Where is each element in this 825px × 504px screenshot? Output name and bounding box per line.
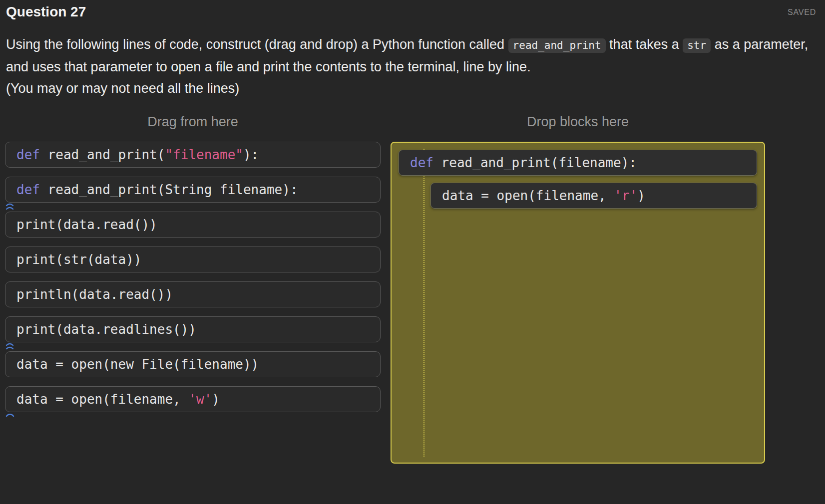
inline-code-str: str	[683, 38, 711, 53]
dropped-block-open-read-mode[interactable]: data = open(filename, 'r')	[430, 183, 757, 209]
question-prompt: Using the following lines of code, const…	[6, 34, 814, 99]
source-block-println-read[interactable]: println(data.read())	[5, 281, 381, 307]
source-block-def-string-param[interactable]: def read_and_print("filename"):	[5, 142, 381, 168]
source-block-open-write-mode[interactable]: data = open(filename, 'w')	[5, 386, 381, 412]
prompt-text-2: that takes a	[606, 37, 683, 52]
code-token: "filename"	[165, 147, 243, 162]
code-token: 'w'	[188, 392, 212, 407]
code-token: def	[16, 147, 40, 162]
topbar: Question 27 SAVED	[0, 0, 825, 20]
source-column-label: Drag from here	[5, 114, 381, 130]
drop-zone[interactable]: def read_and_print(filename): data = ope…	[391, 142, 765, 464]
source-block-print-str[interactable]: print(str(data))	[5, 247, 381, 272]
code-token: read_and_print(	[40, 147, 165, 162]
source-block-print-read[interactable]: print(data.read())	[5, 212, 381, 238]
code-token: println(data.read())	[16, 287, 173, 302]
code-token: )	[637, 188, 645, 203]
code-token: ):	[243, 147, 259, 162]
code-token: data = open(filename,	[16, 392, 188, 407]
code-token: print(str(data))	[16, 252, 141, 267]
code-token: data = open(filename,	[442, 188, 614, 203]
indent-guide	[423, 149, 424, 457]
source-block-def-java-style[interactable]: def read_and_print(String filename):	[5, 177, 381, 203]
dropped-block-def[interactable]: def read_and_print(filename):	[399, 150, 757, 176]
source-block-print-readlines[interactable]: print(data.readlines())	[5, 316, 381, 342]
code-token: data = open(new File(filename))	[16, 357, 259, 372]
code-token: )	[212, 392, 220, 407]
code-token: def	[16, 182, 40, 197]
code-token: 'r'	[614, 188, 637, 203]
source-block-open-new-file[interactable]: data = open(new File(filename))	[5, 351, 381, 377]
target-column: Drop blocks here def read_and_print(file…	[391, 114, 765, 464]
question-title: Question 27	[6, 4, 86, 20]
code-token: read_and_print(filename):	[433, 155, 637, 170]
code-token: print(data.read())	[16, 217, 157, 232]
code-token: read_and_print(String filename):	[40, 182, 298, 197]
prompt-note: (You may or may not need all the lines)	[6, 78, 814, 99]
prompt-text-1: Using the following lines of code, const…	[6, 37, 508, 52]
code-token: def	[410, 155, 433, 170]
columns: Drag from here def read_and_print("filen…	[0, 114, 825, 464]
target-column-label: Drop blocks here	[391, 114, 765, 130]
code-token: print(data.readlines())	[16, 322, 196, 337]
save-status: SAVED	[788, 8, 816, 17]
inline-code-function-name: read_and_print	[508, 38, 606, 53]
source-column: Drag from here def read_and_print("filen…	[5, 114, 381, 464]
question-page: Question 27 SAVED Using the following li…	[0, 0, 825, 464]
